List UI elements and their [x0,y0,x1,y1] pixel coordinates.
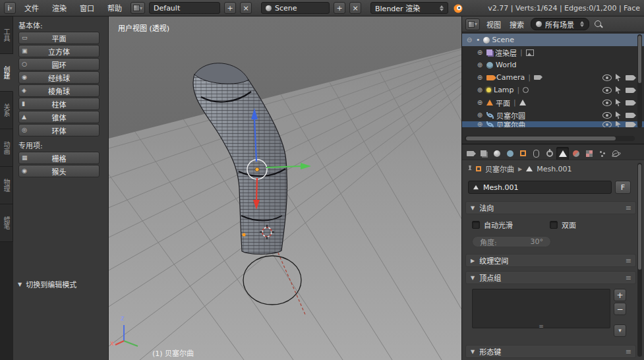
selectability-toggle-cursor-icon[interactable] [616,99,622,106]
vertex-group-specials-button[interactable]: ▾ [614,324,626,337]
outliner-item-scene[interactable]: ⊖ • Scene [462,34,644,46]
tab-render-layers[interactable] [477,147,490,160]
tab-physics[interactable] [609,147,622,160]
expand-icon[interactable]: ⊕ [476,87,484,94]
properties-vertical-scrollbar[interactable] [637,163,642,357]
tab-modifiers[interactable] [543,147,556,160]
remove-vertex-group-button[interactable]: − [614,303,626,315]
outliner-horizontal-scrollbar[interactable] [465,136,635,141]
outliner-item-bezier-curve[interactable]: ⊕ 贝塞尔曲 [462,121,644,127]
expand-icon[interactable]: ⊕ [476,49,484,56]
add-circle-button[interactable]: ○圆环 [18,58,100,71]
tab-object[interactable] [517,147,529,160]
add-grid-button[interactable]: ▦栅格 [18,152,100,164]
renderability-toggle-camera-icon[interactable] [626,100,633,105]
search-icon[interactable] [594,20,603,29]
add-icosphere-button[interactable]: ◈棱角球 [18,84,100,97]
outliner-item-plane[interactable]: ⊕ 平面 | [462,96,644,109]
selectability-toggle-cursor-icon[interactable] [616,111,622,119]
visibility-toggle-eye-icon[interactable] [602,75,612,81]
expand-icon[interactable]: ⊕ [476,100,484,106]
outliner-item-bezier-circle[interactable]: ⊕ 贝塞尔圆 [462,109,644,121]
panel-menu-icon[interactable]: ≡ [626,274,631,282]
auto-smooth-checkbox[interactable] [472,221,480,229]
delete-layout-button[interactable]: × [240,2,252,14]
panel-menu-icon[interactable]: ≡ [626,256,631,265]
visibility-toggle-eye-icon[interactable] [602,112,612,119]
add-vertex-group-button[interactable]: + [614,289,626,301]
outliner-item-world[interactable]: ⊕ World [462,59,644,71]
mesh-name-field[interactable]: Mesh.001 [468,181,612,194]
menu-render[interactable]: 渲染 [47,1,71,15]
add-cylinder-button[interactable]: ▮柱体 [18,98,100,110]
tab-animation[interactable]: 动画 [0,129,13,167]
tab-particles[interactable] [596,147,608,160]
selectability-toggle-cursor-icon[interactable] [616,121,622,127]
collapse-icon[interactable]: ⊖ [465,37,473,44]
outliner-editor-type-button[interactable]: ▾ [465,18,480,30]
outliner-display-filter[interactable]: 所有场景 [531,18,589,30]
tab-physics[interactable]: 物理 [0,167,13,204]
add-uvsphere-button[interactable]: ◉经纬球 [18,71,100,84]
renderability-toggle-camera-icon[interactable] [626,75,633,80]
tab-material[interactable] [570,147,582,160]
breadcrumb-data[interactable]: Mesh.001 [537,165,571,173]
visibility-toggle-eye-icon[interactable] [602,87,612,94]
add-scene-button[interactable]: + [334,2,345,14]
list-resize-grip-icon[interactable]: ≡ [539,323,544,330]
tab-world[interactable] [504,147,516,160]
menu-help[interactable]: 帮助 [103,1,127,15]
renderability-toggle-camera-icon[interactable] [626,88,633,93]
renderability-toggle-camera-icon[interactable] [626,122,633,127]
expand-icon[interactable]: ⊕ [476,62,484,69]
tab-constraints[interactable] [530,147,542,160]
panel-menu-icon[interactable]: ≡ [626,204,631,212]
menu-file[interactable]: 文件 [20,1,44,15]
vertex-groups-list[interactable]: ≡ [472,289,610,328]
edit-mode-panel-header[interactable]: ▼ 切换到编辑模式 [18,279,76,289]
outliner-vertical-scrollbar[interactable] [637,34,642,128]
editor-type-button[interactable]: i▾ [4,2,16,14]
add-monkey-button[interactable]: ◉猴头 [18,165,100,177]
tab-scene[interactable] [490,147,503,160]
panel-menu-icon[interactable]: ≡ [626,347,631,356]
tab-grease-pencil[interactable]: 蜡笔 [0,204,13,242]
angle-slider[interactable]: 角度: 30° [472,236,551,247]
outliner-menu-view[interactable]: 视图 [484,18,503,31]
outliner-item-render-layers[interactable]: ⊕ 渲染层 | [462,46,644,59]
menu-window[interactable]: 窗口 [75,1,99,15]
outliner-item-lamp[interactable]: ⊕ Lamp | [462,84,644,96]
selectability-toggle-cursor-icon[interactable] [616,74,622,81]
double-sided-checkbox[interactable] [550,221,558,229]
viewport-3d[interactable]: 用户视图 (透视) (1) 贝塞尔曲 z x [109,16,461,360]
vertex-groups-panel-header[interactable]: ▼ 顶点组 ≡ [465,271,636,284]
outliner-item-camera[interactable]: ⊕ Camera | [462,71,644,84]
expand-icon[interactable]: ⊕ [476,75,484,81]
pin-icon[interactable] [468,165,472,172]
shape-keys-panel-header[interactable]: ▼ 形态键 ≡ [465,345,636,358]
delete-scene-button[interactable]: × [349,2,361,14]
selectability-toggle-cursor-icon[interactable] [616,86,622,94]
breadcrumb-object[interactable]: 贝塞尔曲 [485,164,514,174]
render-engine-select[interactable]: Blender 渲染 [370,2,448,14]
tab-create[interactable]: 创建 [0,54,13,92]
add-cube-button[interactable]: ▣立方体 [18,45,100,57]
tab-tools[interactable]: 工具 [0,16,13,54]
screen-layout-icon-button[interactable]: ▾ [131,2,145,14]
visibility-toggle-eye-icon[interactable] [602,100,612,106]
texture-space-panel-header[interactable]: ▶ 纹理空间 ≡ [465,254,636,267]
add-torus-button[interactable]: ◎环体 [18,124,100,136]
tab-texture[interactable] [583,147,595,160]
expand-icon[interactable]: ⊕ [476,112,484,119]
add-plane-button[interactable]: ▭平面 [18,32,100,44]
renderability-toggle-camera-icon[interactable] [626,113,633,118]
add-layout-button[interactable]: + [224,2,236,14]
fake-user-button[interactable]: F [615,181,631,194]
visibility-toggle-eye-icon[interactable] [602,121,612,127]
normals-panel-header[interactable]: ▼ 法向 ≡ [465,201,636,214]
viewport-canvas[interactable] [109,16,461,360]
tab-object-data[interactable] [556,147,569,160]
screen-layout-select[interactable]: Default [149,2,220,14]
expand-icon[interactable]: ⊕ [476,121,484,127]
add-cone-button[interactable]: ▲锥体 [18,111,100,123]
